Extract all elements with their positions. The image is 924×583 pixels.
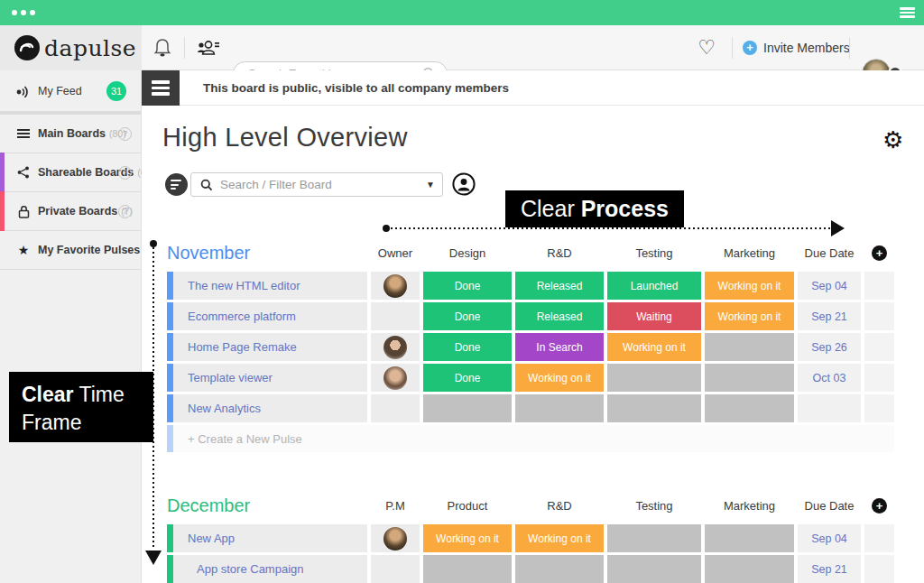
status-cell[interactable]: Released	[515, 302, 604, 330]
star-icon: ★	[16, 243, 31, 257]
status-cell[interactable]: Released	[515, 272, 604, 300]
filter-caret-icon[interactable]: ▼	[426, 180, 435, 190]
status-cell[interactable]: Working on it	[705, 272, 794, 300]
status-cell[interactable]	[607, 364, 701, 392]
pulse-name-cell[interactable]: New Analytics	[167, 394, 367, 422]
invite-members-button[interactable]: + Invite Members	[743, 25, 850, 70]
status-cell[interactable]: In Search	[515, 333, 604, 361]
board-public-notice: This board is public, visible to all com…	[203, 70, 509, 106]
status-cell[interactable]: Working on it	[607, 333, 701, 361]
status-cell[interactable]	[705, 555, 794, 583]
due-date-cell[interactable]: Oct 03	[798, 364, 861, 392]
header-divider	[732, 37, 733, 59]
column-header: Due Date	[798, 246, 861, 260]
status-cell[interactable]	[705, 524, 794, 552]
logo[interactable]: dapulse	[0, 25, 142, 70]
due-date-cell[interactable]	[798, 394, 861, 422]
filter-by-person-icon[interactable]	[452, 172, 476, 196]
empty-extra-cell[interactable]	[864, 302, 894, 330]
empty-extra-cell[interactable]	[864, 364, 894, 392]
annotation-clear-timeframe: Clear Time Frame	[9, 372, 153, 442]
window-dots-icon[interactable]	[12, 10, 35, 15]
owner-cell[interactable]	[371, 555, 420, 583]
collapse-filter-icon[interactable]	[165, 173, 188, 196]
page-title: High Level Overview	[162, 123, 408, 153]
empty-extra-cell[interactable]	[864, 555, 894, 583]
pulse-name-cell[interactable]: The new HTML editor	[167, 272, 367, 300]
status-cell[interactable]: Launched	[607, 272, 701, 300]
annotation-text: Clear Process	[521, 196, 669, 222]
status-cell[interactable]: Waiting	[607, 302, 701, 330]
pulse-name-cell[interactable]: New App	[167, 524, 367, 552]
empty-extra-cell[interactable]	[864, 524, 894, 552]
owner-cell[interactable]	[371, 524, 420, 552]
column-header: R&D	[515, 499, 604, 513]
hamburger-icon[interactable]	[900, 7, 915, 18]
favorites-heart-icon[interactable]: ♡	[695, 25, 718, 70]
status-cell[interactable]	[607, 524, 701, 552]
status-cell[interactable]	[705, 394, 794, 422]
status-cell[interactable]: Working on it	[515, 524, 604, 552]
add-column-icon[interactable]: +	[872, 245, 887, 261]
annotation-clear-process: Clear Process	[505, 190, 684, 227]
status-cell[interactable]	[607, 394, 701, 422]
status-cell[interactable]: Working on it	[515, 364, 604, 392]
notifications-bell-icon[interactable]	[152, 25, 173, 70]
status-cell[interactable]: Working on it	[705, 302, 794, 330]
board-menu-icon[interactable]	[142, 70, 180, 106]
owner-cell[interactable]	[371, 364, 420, 392]
status-cell[interactable]	[423, 394, 512, 422]
sidebar-item-my-feed[interactable]: My Feed 31	[0, 70, 141, 115]
help-icon[interactable]: ?	[118, 127, 132, 141]
column-header: Testing	[607, 499, 701, 513]
sidebar-item-shareable-boards[interactable]: Shareable Boards (6) ?	[0, 153, 141, 192]
board-filter-input[interactable]	[220, 178, 420, 191]
private-accent-bar	[0, 191, 5, 231]
sidebar-item-label: Private Boards	[38, 205, 117, 217]
status-cell[interactable]	[423, 555, 512, 583]
help-icon[interactable]: ?	[118, 205, 132, 218]
status-cell[interactable]	[515, 555, 604, 583]
status-cell[interactable]: Done	[423, 302, 512, 330]
status-cell[interactable]	[705, 333, 794, 361]
help-icon[interactable]: ?	[118, 166, 132, 180]
due-date-cell[interactable]: Sep 21	[798, 302, 861, 330]
sidebar-item-main-boards[interactable]: Main Boards (80) ?	[0, 115, 141, 153]
process-arrow-line	[386, 227, 832, 229]
status-cell[interactable]	[607, 555, 701, 583]
column-header: Marketing	[705, 246, 794, 260]
pulse-name-cell[interactable]: App store Campaign	[167, 555, 367, 583]
empty-extra-cell[interactable]	[864, 394, 894, 422]
status-cell[interactable]: Working on it	[423, 524, 512, 552]
pulse-name-cell[interactable]: Template viewer	[167, 364, 367, 392]
board-title[interactable]: December	[167, 495, 367, 516]
due-date-cell[interactable]: Sep 04	[798, 524, 861, 552]
status-cell[interactable]	[515, 394, 604, 422]
table-row: New AppWorking on itWorking on itSep 04	[167, 524, 898, 552]
status-cell[interactable]	[705, 364, 794, 392]
due-date-cell[interactable]: Sep 26	[798, 333, 861, 361]
owner-cell[interactable]	[371, 394, 420, 422]
empty-extra-cell[interactable]	[864, 272, 894, 300]
status-cell[interactable]: Done	[423, 364, 512, 392]
owner-cell[interactable]	[371, 333, 420, 361]
app-header: dapulse ♡ + Invite Members ▼	[0, 25, 924, 70]
table-row: App store CampaignSep 21	[167, 555, 898, 583]
sidebar-item-private-boards[interactable]: Private Boards (7) ?	[0, 192, 141, 231]
owner-cell[interactable]	[371, 272, 420, 300]
create-new-pulse-button[interactable]: + Create a New Pulse	[167, 425, 894, 452]
owner-cell[interactable]	[371, 302, 420, 330]
status-cell[interactable]: Done	[423, 272, 512, 300]
table-row: Home Page RemakeDoneIn SearchWorking on …	[167, 333, 898, 361]
board-title[interactable]: November	[167, 243, 367, 264]
add-user-icon[interactable]	[196, 25, 221, 70]
board-settings-gear-icon[interactable]: ⚙	[882, 128, 903, 152]
pulse-name-cell[interactable]: Ecommerce platform	[167, 302, 367, 330]
pulse-name-cell[interactable]: Home Page Remake	[167, 333, 367, 361]
due-date-cell[interactable]: Sep 04	[798, 272, 861, 300]
empty-extra-cell[interactable]	[864, 333, 894, 361]
add-column-icon[interactable]: +	[872, 498, 887, 514]
sidebar-item-favorite-pulses[interactable]: ★ My Favorite Pulses (3)	[0, 231, 141, 270]
status-cell[interactable]: Done	[423, 333, 512, 361]
due-date-cell[interactable]: Sep 21	[798, 555, 861, 583]
